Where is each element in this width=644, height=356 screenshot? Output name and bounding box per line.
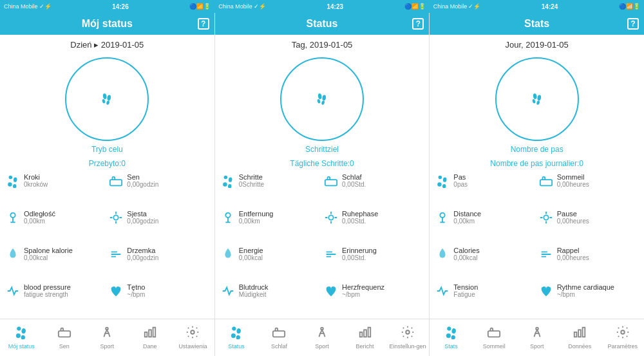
carrier-2: China Mobile [218, 3, 252, 10]
metric-sen-value: 0,00godzin [127, 181, 158, 188]
metric-rythme: Rythme cardiaque ~/bpm [537, 281, 640, 317]
panel-3-date: Jour, 2019-01-05 [430, 35, 644, 52]
svg-point-9 [10, 213, 15, 218]
panel-2-circle-label: Schrittziel [305, 145, 339, 154]
nav-sport-icon-1 [100, 325, 114, 342]
metric-pause: Pause 0,00heures [537, 207, 640, 244]
panel-2-date: Tag, 2019-01-05 [215, 35, 430, 52]
metric-blutdruck: Blutdruck Müdigkeit [219, 281, 322, 317]
panel-3-daily-steps: Nombre de pas journalier:0 [430, 156, 644, 169]
svg-point-62 [621, 330, 625, 334]
metric-schritte: Schritte 0Schritte [219, 171, 322, 207]
nav-ustawienia[interactable]: Ustawienia [171, 319, 214, 356]
svg-point-45 [231, 333, 235, 337]
svg-rect-30 [540, 180, 552, 185]
nav-sleep-icon-3 [487, 325, 501, 342]
nav-section-1: Mój status Sen Sport Dane Ustawienia [0, 319, 215, 356]
metric-energie: Energie 0,00kcal [219, 244, 322, 281]
metric-entfernung: Entfernung 0,00km [219, 207, 322, 244]
svg-point-29 [442, 184, 446, 188]
nav-sport-1[interactable]: Sport [86, 319, 129, 356]
nav-sport-2[interactable]: Sport [301, 319, 344, 356]
metric-tension: Tension Fatigue [433, 281, 536, 317]
panel-3-help[interactable]: ? [627, 18, 639, 30]
nav-bericht[interactable]: Bericht [343, 319, 386, 356]
metric-calories: Calories 0,00kcal [433, 244, 536, 281]
bottom-nav: Mój status Sen Sport Dane Ustawienia [0, 319, 644, 356]
metric-herzfrequenz: Herzfrequenz ~/bpm [322, 281, 425, 317]
nav-stats[interactable]: Stats [430, 319, 473, 356]
panel-moj-status: Mój status ? Dzień ▸ 2019-01-05 Tryb cel… [0, 13, 215, 319]
svg-point-44 [236, 328, 241, 333]
nav-parametres[interactable]: Paramètres [601, 319, 644, 356]
svg-rect-47 [273, 331, 285, 337]
nav-sleep-icon-2 [272, 325, 286, 342]
nav-schlaf[interactable]: Schlaf [258, 319, 301, 356]
svg-point-36 [21, 335, 25, 339]
svg-point-52 [406, 330, 410, 334]
svg-rect-8 [110, 180, 122, 185]
time-2: 14:23 [327, 3, 343, 10]
svg-point-25 [536, 100, 540, 106]
svg-point-18 [227, 184, 231, 188]
metric-sommeil: Sommeil 0,00heures [537, 171, 640, 207]
metric-sen-name: Sen [127, 173, 158, 181]
panel-2-metrics: Schritte 0Schritte Schlaf 0,00Std. Ent [215, 169, 430, 319]
nav-einstellungen[interactable]: Einstellun-gen [386, 319, 430, 356]
panel-2-circle-area: Schrittziel [215, 52, 430, 156]
panel-1-metrics: Kroki 0kroków Sen 0,00godzin Od [0, 169, 214, 319]
nav-sommeil[interactable]: Sommeil [473, 319, 516, 356]
panel-2-help[interactable]: ? [412, 18, 424, 30]
svg-point-33 [17, 327, 21, 331]
nav-chart-icon-2 [358, 325, 372, 342]
svg-rect-37 [59, 331, 70, 337]
svg-point-53 [447, 327, 451, 331]
svg-rect-60 [578, 330, 581, 337]
panel-3-title: Stats [524, 18, 549, 30]
nav-dane[interactable]: Dane [129, 319, 172, 356]
nav-steps-icon-2 [229, 325, 243, 342]
panel-3-header: Stats ? [430, 13, 644, 35]
nav-sen[interactable]: Sen [43, 319, 86, 356]
svg-point-31 [440, 213, 445, 218]
panel-1-header: Mój status ? [0, 13, 214, 35]
nav-moj-status[interactable]: Mój status [0, 319, 43, 356]
nav-steps-icon-3 [444, 325, 459, 342]
svg-point-26 [439, 176, 442, 180]
nav-status[interactable]: Status [215, 319, 258, 356]
panels-container: Mój status ? Dzień ▸ 2019-01-05 Tryb cel… [0, 13, 644, 319]
metric-distance: Distance 0,00km [433, 207, 536, 244]
metric-kroki: Kroki 0kroków [4, 171, 107, 207]
panel-2-circle [280, 57, 364, 141]
svg-point-43 [232, 327, 236, 331]
panel-1-help[interactable]: ? [198, 18, 209, 30]
svg-point-13 [317, 99, 321, 104]
svg-point-22 [533, 93, 537, 100]
svg-point-2 [102, 99, 106, 104]
svg-rect-61 [583, 328, 585, 337]
svg-point-12 [322, 95, 327, 101]
svg-point-32 [544, 215, 548, 220]
svg-point-4 [9, 176, 12, 180]
svg-point-6 [8, 182, 12, 186]
svg-point-0 [103, 93, 108, 100]
svg-rect-50 [364, 330, 366, 337]
svg-point-15 [223, 176, 227, 180]
svg-point-27 [443, 177, 448, 182]
svg-rect-51 [368, 328, 370, 337]
panel-3-circle-area: Nombre de pas [430, 52, 644, 156]
nav-sport-icon-2 [315, 325, 329, 342]
panel-1-circle [65, 57, 149, 141]
nav-donnees[interactable]: Données [558, 319, 601, 356]
svg-point-14 [321, 100, 325, 106]
metric-schlaf: Schlaf 0,00Std. [322, 171, 425, 207]
nav-settings-icon-2 [401, 325, 415, 342]
panel-stats: Stats ? Jour, 2019-01-05 Nombre de pas N… [430, 13, 644, 319]
nav-sport-3[interactable]: Sport [515, 319, 558, 356]
svg-point-35 [16, 333, 20, 337]
svg-rect-40 [149, 330, 151, 337]
nav-sleep-icon-1 [57, 325, 71, 342]
metric-drzemka: Drzemka 0,00godzin [107, 244, 210, 281]
panel-2-header: Status ? [215, 13, 430, 35]
svg-point-34 [22, 328, 26, 333]
